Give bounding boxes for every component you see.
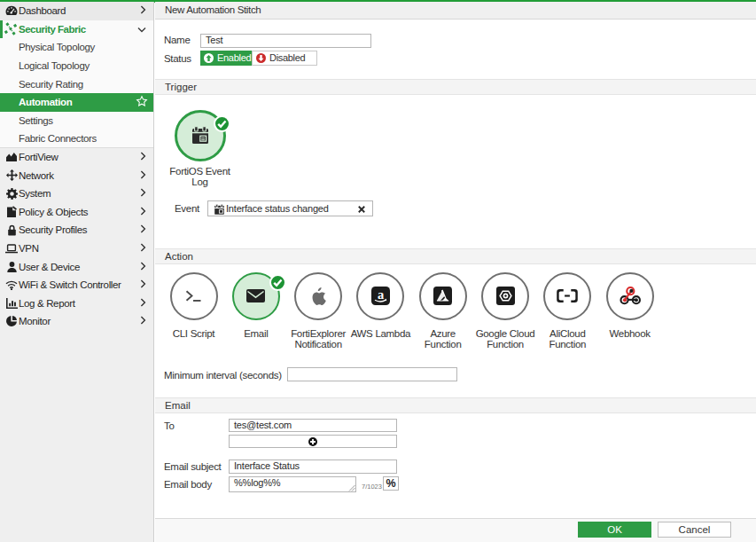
svg-text:a: a xyxy=(378,287,385,302)
